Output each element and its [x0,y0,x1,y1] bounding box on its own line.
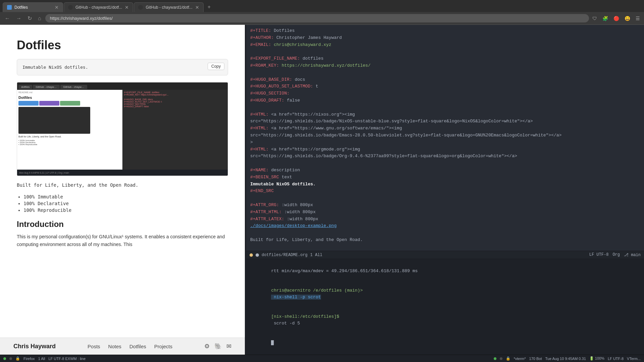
meta-key-5: #+EXPORT_FILE_NAME: [250,56,300,61]
mini-page-title: Dotfiles [18,96,121,100]
editor-line-26: #+ATTR_ORG: :width 800px [250,202,640,209]
status-indicator-2 [256,253,259,257]
home-button[interactable]: ⌂ [36,14,43,23]
terminal-cursor-line[interactable]: █ [250,333,640,353]
tab-github-1[interactable]: GitHub - chayward1/dotf... ✕ [64,2,133,12]
editor-content[interactable]: #+TITLE: Dotfiles #+AUTHOR: Christopher … [246,25,644,251]
status-file: dotfiles/README.org [262,253,308,257]
mini-tab-1: dotfiles [18,85,32,89]
bullet-item-3: 100% Reproducible [23,207,228,213]
menu-icon[interactable]: ☰ [634,14,641,22]
meta-val-9: t [313,84,318,89]
browser-content: Dotfiles Immutable NixOS dotfiles. Copy … [0,25,245,355]
meta-key-26: #+ATTR_ORG: [250,202,279,207]
github-icon[interactable]: ⚙ [204,343,210,350]
tab-favicon-3 [138,5,143,10]
meta-key-24: #+END_SRC [250,188,274,193]
body-text: Built for Life, Liberty, and the Open Ro… [17,181,228,189]
mini-body-text: Built for Life, Liberty, and the Open Ro… [18,135,121,138]
bullet-item-2: 100% Declarative [23,201,228,206]
tab-bar: Dotfiles ✕ GitHub - chayward1/dotf... ✕ … [0,0,644,12]
bottom-battery: 🔋 100% [589,356,604,361]
meta-key-10: #+HUGO_SECTION: [250,91,289,96]
new-tab-button[interactable]: + [204,2,214,12]
forward-button[interactable]: → [14,14,23,23]
tab-title-1: Dotfiles [14,5,52,10]
html-val-15: <a href="https://www.gnu.org/software/em… [269,126,402,131]
meta-val-2: Christopher James Hayward [274,35,342,40]
meta-key-28: #+ATTR_LATEX: [250,217,284,222]
meta-val-21: description [269,168,300,173]
mini-tab-3: GitHub - chayward1/dot... [60,85,87,89]
meta-key-11: #+HUGO_DRAFT: [250,98,284,103]
editor-line-22: #+BEGIN_SRC text [250,174,640,181]
mini-left-panel: README.md Dotfiles Built for Life, Liber… [17,90,122,170]
meta-val-5: dotfiles [300,56,323,61]
meta-key-27: #+ATTR_HTML: [250,209,282,215]
editor-line-11: #+HUGO_DRAFT: false [250,97,640,104]
code-block: Immutable NixOS dotfiles. Copy [17,59,228,75]
src-content: Immutable NixOS dotfiles. [250,182,316,187]
extension-icon-3[interactable]: 😀 [623,14,632,22]
back-button[interactable]: ← [3,14,12,23]
reload-button[interactable]: ↻ [25,14,34,23]
editor-line-7 [250,69,640,76]
html-key-18: #+HTML: [250,147,269,152]
tab-favicon-2 [68,5,73,10]
meta-val-8: docs [292,77,305,82]
terminal-line-nix[interactable]: [nix-shell:/etc/dotfiles]$ scrot -d 5 [250,307,640,333]
tab-dotfiles[interactable]: Dotfiles ✕ [3,2,63,12]
email-icon[interactable]: ✉ [226,343,231,350]
meta-key-22: #+BEGIN_SRC [250,175,279,180]
extension-icon-1[interactable]: 🧩 [601,14,609,22]
footer-nav: Chris Hayward Posts Notes Dotfiles Proje… [0,338,245,355]
extension-icon-2[interactable]: 🔴 [612,14,621,22]
copy-button[interactable]: Copy [208,63,224,70]
editor-line-31: Built for Life, Liberty, and the Open Ro… [250,237,640,244]
footer-link-dotfiles[interactable]: Dotfiles [129,344,146,349]
screenshot-image: dotfiles GitHub - chayward1/dot... GitHu… [17,82,228,176]
editor-line-5: #+EXPORT_FILE_NAME: dotfiles [250,55,640,62]
file-link[interactable]: ./docs/images/desktop-example.png [250,223,336,228]
mini-badge-3 [60,101,80,106]
footer-link-notes[interactable]: Notes [108,344,121,349]
editor-line-12 [250,104,640,111]
shield-icon: 🛡 [591,14,598,22]
status-dot-green-2 [494,357,496,360]
status-indicator [250,253,253,257]
editor-line-17: > [250,139,640,146]
editor-line-24: #+END_SRC [250,188,640,195]
bullet-list: 100% Immutable 100% Declarative 100% Rep… [23,194,228,213]
editor-line-3: #+EMAIL: chris@chrishayward.xyz [250,42,640,49]
footer-link-posts[interactable]: Posts [88,344,100,349]
editor-line-10: #+HUGO_SECTION: [250,90,640,97]
mini-right-panel: #+EXPORT_FILE_NAME: dotfiles #+ROAM_KEY:… [123,90,228,170]
bottom-buffer-info: 1 All [38,357,45,361]
status-dot-green [3,357,6,360]
address-bar[interactable] [45,14,589,22]
editor-line-30 [250,230,640,237]
mini-inner-screenshot [18,107,90,134]
status-encoding: LF UTF-8 [589,252,609,257]
body-text-line: Built for Life, Liberty, and the Open Ro… [250,237,363,242]
footer-link-projects[interactable]: Projects [154,344,172,349]
tab-close-3[interactable]: ✕ [195,5,199,10]
editor-line-20 [250,160,640,167]
editor-line-2: #+AUTHOR: Christopher James Hayward [250,35,640,42]
terminal-line-rtt: rtt min/avg/max/mdev = 49.294/186.651/36… [250,261,640,281]
terminal-cursor: █ [271,340,274,345]
bottom-bot: 170 Bot [529,357,542,361]
meta-key-9: #+HUGO_AUTO_SET_LASTMOD: [250,84,313,89]
mini-badges [18,101,121,106]
mini-badge-2 [39,101,59,106]
tab-github-2[interactable]: GitHub - chayward1/dotf... ✕ [134,2,203,12]
mastodon-icon[interactable]: 🐘 [214,343,222,350]
editor-line-14: src="https://img.shields.io/badge/NixOS-… [250,118,640,125]
editor-line-1: #+TITLE: Dotfiles [250,27,640,35]
status-buffer: 1 All [310,253,322,257]
tab-close-2[interactable]: ✕ [125,5,129,10]
mini-badge-1 [18,101,39,106]
rtt-text: rtt min/avg/max/mdev = 49.294/186.651/36… [271,268,418,274]
meta-val-6: https://chrishayward.xyz/dotfiles/ [279,63,371,68]
tab-close-1[interactable]: ✕ [55,5,59,10]
